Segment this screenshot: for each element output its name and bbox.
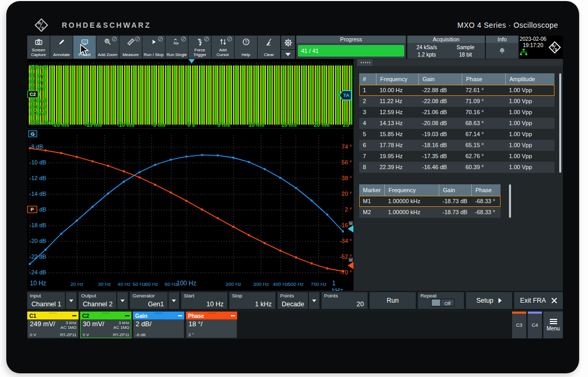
fra-run-button[interactable]: Run [370,292,416,309]
trigger-position-icon[interactable] [188,59,195,63]
bode-freq-axis-label: 200 Hz [226,281,241,287]
bode-gain-axis-label: -8 dB [29,143,43,150]
camera-icon [34,37,43,47]
toolbar-button-run-stop[interactable]: Run / Stop [142,36,165,59]
waveform-traces [28,65,352,125]
clock-block[interactable]: 2023-02-06 19:17:20 R [519,36,563,59]
chevron-down-icon [312,300,316,302]
toolbar-button-screen-capture[interactable]: Screen Capture [27,36,50,59]
toolbar-expand-button[interactable] [281,50,295,59]
signal-badge-c2[interactable]: C230 mV/3 kHzAC 1MΩ0 VRT-ZP11 [80,312,131,338]
toolbar-button-help[interactable]: ?Help [235,36,257,59]
fra-result-row[interactable]: 719.95 Hz-17.35 dB62.76 °1.00 Vpp [359,151,554,162]
settings-button[interactable] [281,36,295,49]
drag-dots-icon [102,313,110,314]
table-cell: M1 [359,196,384,207]
plot-marker-flag[interactable]: M [345,258,353,269]
signal-badge-c1[interactable]: C1249 mV/3 kHzAC 1MΩ0 VRT-ZP11 [27,312,79,338]
results-scrollbar[interactable] [559,73,561,173]
fra-exit-button[interactable]: Exit FRA [514,292,563,309]
menu-button[interactable]: Menu [543,312,563,338]
info-block[interactable]: Info [486,36,518,59]
toolbar-button-add-zoom[interactable]: Add Zoom [96,36,119,59]
toolbar-button-run-single[interactable]: NxRun Single [165,36,188,59]
channel-c2-axis-tag[interactable]: C2 [27,91,38,98]
table-cell: 1.00000 kHz [384,207,439,218]
toolbar-button-measure[interactable]: Measure [119,36,142,59]
column-header: Marker [359,184,384,196]
signal-badge-body: 2 dB/-6 dB [133,319,184,338]
plot-marker-flag[interactable]: M [345,221,353,232]
trigger-level-badge-label: TA [340,91,351,99]
fra-result-row[interactable]: 414.13 Hz-20.08 dB68.63 °1.00 Vpp [359,118,554,129]
fra-control-value: Decade [282,301,304,308]
toolbar-button-force-trigger[interactable]: Force Trigger [188,36,211,59]
fra-control-output[interactable]: OutputChannel 2 [79,292,116,309]
bode-freq-axis-label: 1 kHz [332,280,343,291]
preset-icon [80,37,90,47]
fra-control-generator[interactable]: GeneratorGen1 [130,292,168,309]
fra-setup-button[interactable]: Setup [466,292,512,309]
add-cursor-icon [219,37,227,47]
fra-dropdown-generator[interactable] [169,292,179,309]
marker-row[interactable]: M11.00000 kHz-18.73 dB-68.33 ° [359,196,501,207]
repeat-toggle[interactable]: Off [431,298,455,307]
column-header: Gain [418,73,462,85]
fra-dropdown-input[interactable] [66,292,76,309]
marker-scrollbar[interactable] [509,184,511,218]
signal-badge-phase[interactable]: Phase18 °/2 ° [186,312,237,338]
progress-title: Progress [296,36,406,43]
fra-result-row[interactable]: 312.59 Hz-21.06 dB70.16 °1.00 Vpp [359,107,554,118]
toolbar-button-annotate[interactable]: Annotate [50,36,73,59]
fra-control-input[interactable]: InputChannel 1 [27,292,65,309]
bode-plot[interactable]: G P -8 dB-10 dB-12 dB-14 dB-16 dB-18 dB-… [27,129,353,291]
signal-badge-gain[interactable]: Gain2 dB/-6 dB [133,312,184,338]
table-cell: 19.95 Hz [376,151,418,162]
fra-control-value: 10 Hz [206,301,224,308]
signal-badge-header: C1 [27,312,79,319]
signal-badge-scale: 2 dB/ [136,320,151,328]
panel-title-bar[interactable] [373,59,563,66]
table-cell: 1.00 Vpp [505,85,554,96]
phase-curve-tag[interactable]: P [27,206,37,213]
toolbar-button-add-cursor[interactable]: Add Cursor [212,36,234,59]
fra-control-label: Output [81,293,96,298]
column-header: Frequency [376,73,418,85]
toolbar-button-preset[interactable]: Preset [73,36,96,59]
fra-dropdown-points[interactable] [309,292,319,309]
drag-dots-icon [49,313,57,314]
panel-drag-handle[interactable] [357,59,373,66]
table-cell: 1 [359,85,376,96]
fra-dropdown-output[interactable] [117,292,128,309]
fra-result-row[interactable]: 515.85 Hz-19.03 dB67.14 °1.00 Vpp [359,129,554,140]
channel-color-stripe [512,312,526,314]
acquisition-mode: Sample [446,44,485,51]
bode-freq-axis-label: 80 Hz [165,281,178,287]
waveform-display[interactable]: C2 TA 150 mV90 mV60 mV30 mV-30 mV-60 mV-… [27,59,353,128]
gain-curve-tag[interactable]: G [28,130,37,137]
signal-badge-detail: 3 kHzAC 1MΩ [114,320,129,330]
bode-phase-axis-label: 74 ° [341,143,352,150]
fra-control-start[interactable]: Start10 Hz [181,292,227,309]
fra-result-row[interactable]: 822.39 Hz-16.46 dB60.39 °1.00 Vpp [359,162,554,173]
fra-control-value: 1 kHz [255,301,272,308]
waveform-volt-label: 90 mV [29,72,45,79]
fra-control-points[interactable]: PointsDecade [278,292,308,309]
signal-badge-name: Phase [188,313,204,319]
fra-control-stop[interactable]: Stop1 kHz [229,292,275,309]
disabled-overlay-icon [112,36,117,42]
toolbar-button-clear[interactable]: Clear [258,36,280,59]
channel-button-c3[interactable]: C3 [512,312,526,338]
signal-badge-name: C2 [82,313,89,319]
table-cell: 1.00 Vpp [505,162,554,173]
acquisition-block[interactable]: Acquisition 24 kSa/s Sample 1.2 kpts 18 … [407,36,485,59]
ruler-icon [127,37,135,47]
fra-result-row[interactable]: 110.00 Hz-22.88 dB72.61 °1.00 Vpp [359,85,554,96]
channel-button-c4[interactable]: C4 [528,312,542,338]
marker-row[interactable]: M21.00000 kHz-18.73 dB-68.33 ° [359,207,501,218]
fra-control-points[interactable]: Points20 [321,292,368,309]
fra-result-row[interactable]: 617.78 Hz-18.16 dB65.15 °1.00 Vpp [359,140,554,151]
fra-result-row[interactable]: 211.22 Hz-22.08 dB71.09 °1.00 Vpp [359,96,554,107]
bode-gain-axis-label: -10 dB [29,159,46,165]
fra-control-repeat[interactable]: RepeatOff [418,292,464,309]
